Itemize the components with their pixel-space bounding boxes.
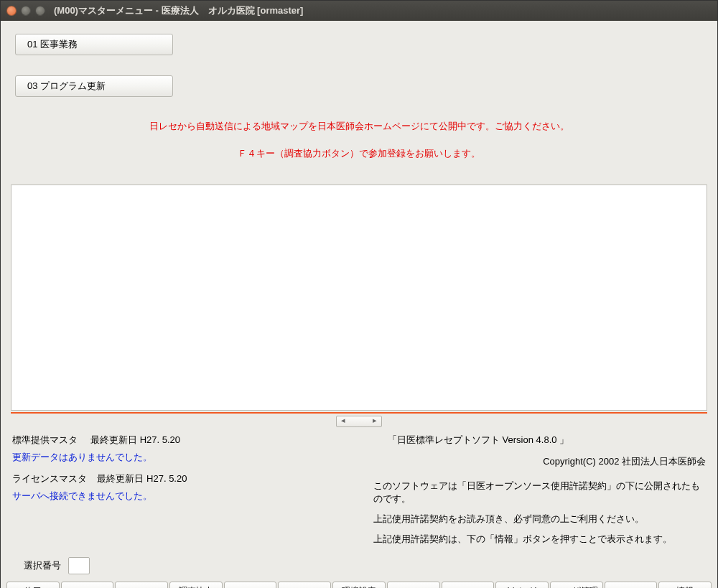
note-3: 上記使用許諾契約は、下の「情報」ボタンを押すことで表示されます。	[373, 533, 706, 546]
divider-line	[11, 412, 707, 414]
lic-master-label: ライセンスマスタ	[12, 473, 87, 484]
fkey-info[interactable]: 情報	[658, 582, 712, 588]
close-icon[interactable]	[6, 6, 17, 16]
select-row: 選択番号	[1, 553, 717, 582]
fkey-5[interactable]	[224, 582, 277, 588]
menu-01-button[interactable]: 01 医事業務	[15, 34, 173, 55]
fkey-8[interactable]	[387, 582, 440, 588]
std-master-label: 標準提供マスタ	[12, 434, 78, 445]
fkey-exit[interactable]: 終了	[6, 582, 60, 588]
select-label: 選択番号	[24, 559, 61, 572]
lic-master-update: 最終更新日 H27. 5.20	[97, 473, 187, 484]
copyright-line: Copyright(C) 2002 社団法人日本医師会	[373, 455, 706, 468]
app-window: (M00)マスターメニュー - 医療法人 オルカ医院 [ormaster] 01…	[0, 0, 718, 588]
notices: 日レセから自動送信による地域マップを日本医師会ホームページにて公開中です。ご協力…	[1, 97, 717, 174]
fkey-12[interactable]	[605, 582, 658, 588]
std-master-update: 最終更新日 H27. 5.20	[90, 434, 180, 445]
fkey-summary[interactable]: (まとめ)	[495, 582, 549, 588]
content-area: 01 医事業務 03 プログラム更新 日レセから自動送信による地域マップを日本医…	[1, 21, 717, 588]
menu-buttons: 01 医事業務 03 プログラム更新	[1, 21, 717, 97]
note-2: 上記使用許諾契約をお読み頂き、必ず同意の上ご利用ください。	[373, 513, 706, 526]
maximize-icon[interactable]	[35, 6, 45, 16]
lic-master-line: ライセンスマスタ 最終更新日 H27. 5.20	[12, 472, 345, 485]
std-master-line: 標準提供マスタ 最終更新日 H27. 5.20	[12, 434, 345, 447]
minimize-icon[interactable]	[21, 6, 31, 16]
fkey-user-mgmt[interactable]: ユーザ管理	[550, 582, 603, 588]
fkey-6[interactable]	[278, 582, 331, 588]
note-1: このソフトウェアは「日医オープンソース使用許諾契約」の下に公開されたものです。	[373, 480, 706, 505]
main-panel	[11, 185, 707, 411]
divider	[11, 412, 707, 429]
fkey-survey[interactable]: 調査協力	[169, 582, 223, 588]
std-master-msg: 更新データはありませんでした。	[12, 451, 345, 464]
lic-master-msg: サーバへ接続できませんでした。	[12, 490, 345, 503]
notice-1: 日レセから自動送信による地域マップを日本医師会ホームページにて公開中です。ご協力…	[1, 120, 717, 133]
version-line: 「日医標準レセプトソフト Version 4.8.0 」	[373, 434, 706, 447]
fkey-row: 終了 調査協力 環境設定 (まとめ) ユーザ管理 情報	[1, 582, 717, 588]
splitter-handle[interactable]	[336, 416, 382, 427]
info-right: 「日医標準レセプトソフト Version 4.8.0 」 Copyright(C…	[373, 434, 706, 553]
fkey-9[interactable]	[442, 582, 495, 588]
select-input[interactable]	[68, 557, 90, 574]
fkey-2[interactable]	[61, 582, 114, 588]
titlebar: (M00)マスターメニュー - 医療法人 オルカ医院 [ormaster]	[1, 1, 717, 21]
info-left: 標準提供マスタ 最終更新日 H27. 5.20 更新データはありませんでした。 …	[12, 434, 345, 553]
menu-03-button[interactable]: 03 プログラム更新	[15, 75, 173, 97]
fkey-3[interactable]	[115, 582, 168, 588]
window-controls	[6, 6, 45, 16]
info-section: 標準提供マスタ 最終更新日 H27. 5.20 更新データはありませんでした。 …	[1, 434, 717, 553]
window-title: (M00)マスターメニュー - 医療法人 オルカ医院 [ormaster]	[54, 4, 303, 17]
fkey-env[interactable]: 環境設定	[332, 582, 386, 588]
notice-2: Ｆ４キー（調査協力ボタン）で参加登録をお願いします。	[1, 147, 717, 160]
